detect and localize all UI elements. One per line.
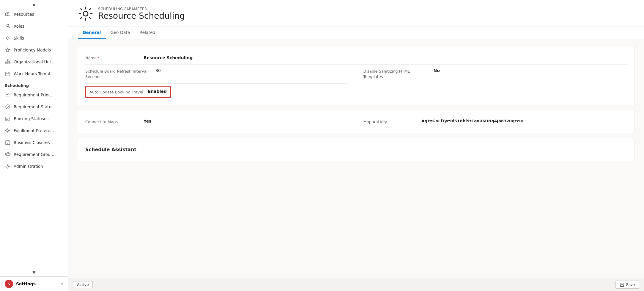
org-icon [5, 59, 11, 65]
svg-point-10 [6, 105, 10, 109]
svg-marker-3 [6, 48, 10, 52]
sidebar-item-roles-label: Roles [14, 24, 24, 29]
svg-rect-7 [9, 62, 10, 63]
svg-rect-14 [6, 141, 10, 145]
name-value: Resource Scheduling [144, 55, 193, 60]
svg-point-13 [7, 130, 9, 132]
tab-geo-data[interactable]: Geo Data [106, 26, 135, 39]
star-icon [5, 47, 11, 53]
right-column: Disable Sanitizing HTML Templates No [356, 65, 627, 100]
sidebar-item-fulfillment-label: Fulfillment Prefere... [14, 128, 54, 133]
save-label: Save [626, 282, 635, 287]
auto-update-row: Auto Update Booking Travel Enabled [85, 84, 349, 100]
sidebar-item-proficiency-models[interactable]: Proficiency Models [0, 44, 68, 56]
schedule-assistant-title: Schedule Assistant [85, 143, 627, 155]
save-icon [620, 283, 624, 287]
svg-rect-15 [5, 153, 7, 155]
sidebar-item-resources-label: Resources [14, 12, 34, 17]
left-column: Schedule Board Refresh Interval Seconds … [85, 65, 356, 100]
scroll-down-button[interactable]: ▼ [0, 268, 68, 276]
sidebar-item-req-prioritization-label: Requirement Prior... [14, 93, 53, 97]
sidebar-item-requirement-prioritization[interactable]: Requirement Prior... [0, 89, 68, 101]
status-icon [5, 104, 11, 110]
name-row: Name* Resource Scheduling [85, 51, 627, 65]
gear-icon [78, 6, 93, 21]
maps-left: Connect to Maps Yes [85, 115, 356, 128]
connect-to-maps-row: Connect to Maps Yes [85, 115, 349, 128]
header-text: SCHEDULING PARAMETER Resource Scheduling [98, 7, 185, 21]
sidebar-item-fulfillment-preferences[interactable]: Fulfillment Prefere... [0, 125, 68, 137]
disable-sanitizing-value: No [434, 68, 440, 73]
settings-footer[interactable]: S Settings ◇ [0, 276, 68, 291]
general-section: Name* Resource Scheduling Schedule Board… [78, 46, 634, 105]
schedule-assistant-section: Schedule Assistant [78, 138, 634, 161]
auto-update-highlighted: Auto Update Booking Travel Enabled [85, 86, 171, 98]
main-content: SCHEDULING PARAMETER Resource Scheduling… [68, 0, 644, 291]
maps-section: Connect to Maps Yes Map Api Key AqYzGoLf… [78, 110, 634, 133]
connect-to-maps-label: Connect to Maps [85, 119, 139, 125]
sidebar-item-administration[interactable]: Administration [0, 160, 68, 172]
priority-icon [5, 92, 11, 98]
business-closure-icon [5, 140, 11, 146]
content-area: Name* Resource Scheduling Schedule Board… [68, 39, 644, 278]
settings-label: Settings [16, 281, 58, 286]
sidebar-item-proficiency-models-label: Proficiency Models [14, 48, 51, 52]
page-title: Resource Scheduling [98, 11, 185, 21]
schedule-board-value: 30 [155, 68, 161, 73]
tab-related[interactable]: Related [135, 26, 160, 39]
sidebar-item-administration-label: Administration [14, 164, 43, 169]
auto-update-label: Auto Update Booking Travel [89, 89, 143, 95]
calendar-icon [5, 71, 11, 77]
sidebar-item-business-closures-label: Business Closures [14, 140, 50, 145]
disable-sanitizing-label: Disable Sanitizing HTML Templates [363, 68, 429, 79]
required-indicator: * [97, 56, 99, 60]
chevron-icon: ◇ [61, 282, 63, 286]
booking-icon [5, 116, 11, 122]
sidebar-item-org-units-label: Organizational Uni... [14, 60, 55, 64]
scroll-up-button[interactable]: ▲ [0, 0, 68, 8]
save-button[interactable]: Save [615, 281, 639, 289]
skills-icon [5, 35, 11, 41]
svg-rect-6 [7, 62, 8, 63]
preferences-icon [5, 128, 11, 134]
svg-point-19 [83, 11, 88, 16]
scheduling-section-header: Scheduling [0, 80, 68, 89]
svg-point-1 [7, 24, 9, 26]
svg-rect-21 [621, 283, 623, 284]
page-header: SCHEDULING PARAMETER Resource Scheduling [68, 0, 644, 26]
sidebar-item-booking-statuses[interactable]: Booking Statuses [0, 113, 68, 125]
avatar: S [5, 280, 13, 288]
svg-rect-5 [5, 62, 7, 63]
sidebar-item-business-closures[interactable]: Business Closures [0, 137, 68, 148]
sidebar-item-organizational-units[interactable]: Organizational Uni... [0, 56, 68, 68]
disable-sanitizing-row: Disable Sanitizing HTML Templates No [363, 65, 627, 83]
sidebar-item-skills-label: Skills [14, 36, 24, 40]
name-label: Name* [85, 55, 139, 61]
sidebar-item-booking-statuses-label: Booking Statuses [14, 116, 48, 121]
svg-rect-11 [6, 117, 10, 121]
tab-general[interactable]: General [78, 26, 106, 39]
bottom-bar: Active Save [68, 278, 644, 291]
sidebar-item-roles[interactable]: Roles [0, 20, 68, 32]
sidebar-item-req-groups-label: Requirement Grou... [14, 152, 54, 157]
svg-rect-16 [7, 152, 9, 154]
sidebar-item-work-hours-label: Work Hours Templ... [14, 71, 54, 76]
connect-to-maps-value: Yes [144, 119, 152, 123]
tabs-bar: General Geo Data Related [68, 26, 644, 39]
sidebar-item-requirement-groups[interactable]: Requirement Grou... [0, 148, 68, 160]
sidebar-item-skills[interactable]: Skills [0, 32, 68, 44]
schedule-board-label: Schedule Board Refresh Interval Seconds [85, 68, 151, 79]
admin-gear-icon [5, 163, 11, 169]
sidebar-item-resources[interactable]: Resources [0, 8, 68, 20]
svg-point-2 [7, 37, 9, 39]
map-api-key-label: Map Api Key [363, 119, 417, 125]
svg-rect-4 [7, 60, 8, 60]
svg-rect-8 [6, 72, 10, 76]
svg-rect-12 [7, 119, 7, 120]
sidebar-item-requirement-status[interactable]: Requirement Statu... [0, 101, 68, 113]
status-badge: Active [73, 281, 93, 288]
maps-two-col: Connect to Maps Yes Map Api Key AqYzGoLf… [85, 115, 627, 128]
svg-rect-22 [621, 285, 623, 286]
auto-update-value: Enabled [148, 89, 167, 94]
sidebar-item-work-hours-templates[interactable]: Work Hours Templ... [0, 68, 68, 80]
